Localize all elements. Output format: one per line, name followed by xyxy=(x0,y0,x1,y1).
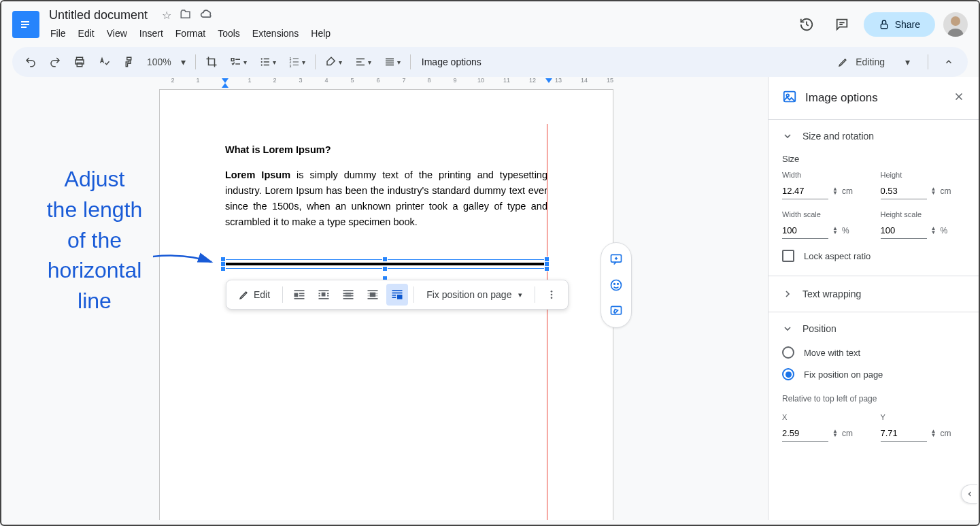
height-scale-input[interactable] xyxy=(881,223,927,239)
close-sidebar-button[interactable] xyxy=(953,91,965,105)
resize-handle-sw[interactable] xyxy=(220,266,226,272)
position-panel-header[interactable]: Position xyxy=(782,323,965,334)
x-input[interactable] xyxy=(782,425,828,442)
height-spinner[interactable]: ▲▼ xyxy=(931,187,936,195)
menu-tools[interactable]: Tools xyxy=(212,25,246,42)
svg-rect-34 xyxy=(343,298,354,299)
svg-point-54 xyxy=(786,94,789,97)
vertical-ruler[interactable] xyxy=(1,89,12,520)
svg-rect-13 xyxy=(264,61,269,63)
docs-logo[interactable] xyxy=(12,11,39,38)
wrap-behind-icon[interactable] xyxy=(337,284,359,306)
height-scale-spinner[interactable]: ▲▼ xyxy=(931,227,936,235)
chevron-right-icon xyxy=(782,289,793,299)
numbered-list-dropdown[interactable]: 123▾ xyxy=(283,52,311,72)
svg-rect-33 xyxy=(343,295,354,297)
image-floating-toolbar: Edit Fix position on page ▾ xyxy=(226,280,569,310)
wrap-break-icon[interactable] xyxy=(313,284,335,306)
horizontal-ruler[interactable]: 2 1 1 2 3 4 5 6 7 8 9 10 11 12 13 14 15 xyxy=(12,77,768,89)
image-options-button[interactable]: Image options xyxy=(415,52,488,72)
text-wrapping-panel-header[interactable]: Text wrapping xyxy=(782,289,965,299)
menu-format[interactable]: Format xyxy=(170,25,211,42)
annotation-text: Adjust the length of the horizontal line xyxy=(30,164,159,316)
add-emoji-button[interactable] xyxy=(604,273,628,297)
svg-point-4 xyxy=(951,16,960,26)
width-scale-label: Width scale xyxy=(782,210,867,218)
menu-insert[interactable]: Insert xyxy=(134,25,169,42)
svg-rect-0 xyxy=(21,21,29,22)
print-button[interactable] xyxy=(68,52,91,72)
resize-handle-s[interactable] xyxy=(382,266,388,272)
wrap-inline-icon[interactable] xyxy=(288,284,310,306)
add-comment-button[interactable] xyxy=(604,247,628,272)
undo-button[interactable] xyxy=(19,52,42,72)
x-spinner[interactable]: ▲▼ xyxy=(832,429,838,438)
document-paragraph[interactable]: Lorem Ipsum is simply dummy text of the … xyxy=(225,167,547,230)
svg-rect-44 xyxy=(392,297,396,298)
more-options-icon[interactable] xyxy=(541,284,562,306)
move-with-text-radio[interactable]: Move with text xyxy=(782,346,965,359)
width-scale-spinner[interactable]: ▲▼ xyxy=(832,227,838,235)
line-spacing-dropdown[interactable]: ▾ xyxy=(378,52,406,72)
history-icon[interactable] xyxy=(793,11,820,38)
resize-handle-se[interactable] xyxy=(544,266,550,272)
width-input[interactable] xyxy=(782,183,828,199)
expand-side-panel-button[interactable] xyxy=(961,484,977,504)
wrap-front-icon[interactable] xyxy=(362,284,384,306)
svg-point-46 xyxy=(551,294,553,296)
width-scale-input[interactable] xyxy=(782,223,828,239)
x-label: X xyxy=(782,413,867,421)
bulleted-list-dropdown[interactable]: ▾ xyxy=(254,52,282,72)
svg-rect-38 xyxy=(370,293,375,297)
resize-handle-n[interactable] xyxy=(382,257,388,262)
suggest-edit-button[interactable] xyxy=(604,299,628,323)
checklist-dropdown[interactable]: ▾ xyxy=(224,52,252,72)
y-spinner[interactable]: ▲▼ xyxy=(931,429,936,438)
height-input[interactable] xyxy=(881,183,927,199)
redo-button[interactable] xyxy=(44,52,67,72)
margin-guide xyxy=(547,124,547,520)
svg-rect-28 xyxy=(327,295,329,297)
svg-rect-52 xyxy=(611,306,622,314)
svg-point-49 xyxy=(611,280,622,291)
fix-position-radio[interactable]: Fix position on page xyxy=(782,368,965,380)
menu-file[interactable]: File xyxy=(45,25,71,42)
menu-help[interactable]: Help xyxy=(305,25,336,42)
wrap-fixed-icon[interactable] xyxy=(386,284,408,306)
edit-image-button[interactable]: Edit xyxy=(232,285,277,304)
paint-format-button[interactable] xyxy=(117,52,140,72)
border-color-dropdown[interactable]: ▾ xyxy=(320,52,348,72)
document-heading[interactable]: What is Lorem Ipsum? xyxy=(225,144,547,155)
comments-icon[interactable] xyxy=(828,11,856,38)
menu-extensions[interactable]: Extensions xyxy=(247,25,304,42)
zoom-dropdown[interactable]: 100%▾ xyxy=(141,52,191,72)
fix-position-dropdown[interactable]: Fix position on page ▾ xyxy=(420,285,529,304)
lock-aspect-label: Lock aspect ratio xyxy=(804,251,871,261)
collapse-toolbar-button[interactable] xyxy=(936,50,961,74)
y-input[interactable] xyxy=(881,425,927,442)
y-label: Y xyxy=(881,413,966,421)
menu-edit[interactable]: Edit xyxy=(73,25,100,42)
cloud-status-icon[interactable] xyxy=(200,9,214,22)
star-icon[interactable]: ☆ xyxy=(162,9,171,22)
share-button[interactable]: Share xyxy=(864,12,935,37)
lock-aspect-checkbox[interactable] xyxy=(782,250,794,262)
pencil-icon xyxy=(838,56,849,67)
editing-mode-dropdown[interactable]: Editing ▾ xyxy=(828,52,919,72)
menu-view[interactable]: View xyxy=(101,25,133,42)
size-rotation-panel-header[interactable]: Size and rotation xyxy=(782,131,965,142)
avatar[interactable] xyxy=(943,12,968,37)
svg-point-47 xyxy=(551,297,553,299)
crop-button[interactable] xyxy=(200,52,223,72)
svg-point-11 xyxy=(260,64,262,65)
align-dropdown[interactable]: ▾ xyxy=(349,52,377,72)
width-spinner[interactable]: ▲▼ xyxy=(832,187,838,195)
move-icon[interactable] xyxy=(180,8,192,23)
image-icon xyxy=(782,89,797,107)
selected-image[interactable] xyxy=(223,259,547,269)
toolbar: 100%▾ ▾ ▾ 123▾ ▾ ▾ ▾ Image options Editi… xyxy=(12,47,968,77)
document-title[interactable]: Untitled document xyxy=(45,7,152,24)
svg-point-45 xyxy=(551,291,553,293)
svg-rect-1 xyxy=(21,24,29,25)
spellcheck-button[interactable] xyxy=(92,52,116,72)
